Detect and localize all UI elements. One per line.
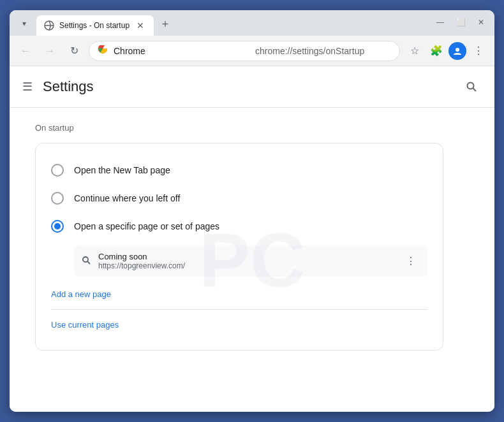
- page-content: ☰ Settings PC On startup Open the New T: [10, 66, 494, 412]
- radio-option-continue[interactable]: Continue where you left off: [51, 184, 427, 212]
- reload-btn[interactable]: ↻: [64, 41, 84, 61]
- entry-info: Coming soon https://topgreenview.com/: [98, 252, 394, 270]
- address-bar[interactable]: Chrome chrome://settings/onStartup: [89, 41, 400, 61]
- svg-line-4: [473, 89, 477, 92]
- forward-btn[interactable]: →: [40, 41, 59, 61]
- radio-continue[interactable]: [51, 192, 64, 205]
- page-title: Settings: [43, 78, 94, 95]
- tab-title: Settings - On startup: [59, 21, 130, 30]
- startup-card: Open the New Tab page Continue where you…: [35, 143, 443, 351]
- settings-main: PC On startup Open the New Tab page Cont…: [10, 108, 494, 412]
- svg-point-5: [83, 257, 88, 262]
- profile-btn[interactable]: [448, 42, 466, 60]
- settings-search-btn[interactable]: [461, 76, 482, 97]
- new-tab-btn[interactable]: +: [156, 15, 174, 33]
- radio-new-tab-label: Open the New Tab page: [74, 165, 170, 175]
- entry-url: https://topgreenview.com/: [98, 261, 394, 270]
- tab-favicon: [44, 20, 54, 31]
- use-current-pages-link[interactable]: Use current pages: [51, 312, 427, 337]
- settings-title-area: ☰ Settings: [22, 78, 94, 95]
- add-new-page-link[interactable]: Add a new page: [51, 282, 427, 307]
- extensions-btn[interactable]: 🧩: [427, 41, 446, 61]
- radio-specific[interactable]: [51, 220, 64, 233]
- toolbar-icons: ☆ 🧩 ⋮: [405, 41, 488, 61]
- window-controls: — ⬜ ✕: [432, 14, 489, 36]
- entry-search-icon: [82, 256, 91, 266]
- settings-header: ☰ Settings: [10, 66, 494, 108]
- bookmark-btn[interactable]: ☆: [405, 41, 424, 61]
- radio-option-new-tab[interactable]: Open the New Tab page: [51, 156, 427, 184]
- tab-dropdown-btn[interactable]: ▾: [15, 14, 34, 33]
- chrome-logo-icon: [97, 45, 108, 57]
- radio-continue-label: Continue where you left off: [74, 193, 180, 203]
- hamburger-icon[interactable]: ☰: [22, 80, 33, 94]
- entry-title: Coming soon: [98, 252, 394, 261]
- svg-point-2: [456, 48, 459, 52]
- browser-window: ▾ Settings - On startup ✕ + — ⬜ ✕ ← → ↻: [10, 10, 494, 412]
- close-btn[interactable]: ✕: [473, 14, 489, 31]
- tab-close-btn[interactable]: ✕: [135, 20, 146, 31]
- section-label: On startup: [35, 123, 469, 133]
- url-text: chrome://settings/onStartup: [255, 46, 392, 56]
- title-bar: ▾ Settings - On startup ✕ + — ⬜ ✕: [10, 10, 494, 36]
- page-entries: Coming soon https://topgreenview.com/ ⋮: [74, 245, 427, 277]
- toolbar: ← → ↻ Chrome chrome://settings/onStartup…: [10, 36, 494, 66]
- chrome-label: Chrome: [114, 46, 250, 56]
- active-tab[interactable]: Settings - On startup ✕: [36, 15, 154, 36]
- svg-point-3: [468, 83, 474, 89]
- svg-line-6: [87, 261, 90, 264]
- radio-specific-label: Open a specific page or set of pages: [74, 221, 219, 231]
- page-entry: Coming soon https://topgreenview.com/ ⋮: [74, 245, 427, 277]
- radio-new-tab[interactable]: [51, 164, 64, 177]
- radio-option-specific[interactable]: Open a specific page or set of pages: [51, 212, 427, 240]
- back-btn[interactable]: ←: [16, 41, 35, 61]
- menu-btn[interactable]: ⋮: [469, 41, 488, 61]
- maximize-btn[interactable]: ⬜: [452, 14, 469, 31]
- entry-menu-btn[interactable]: ⋮: [402, 252, 420, 270]
- tab-strip: ▾ Settings - On startup ✕ +: [15, 14, 432, 36]
- divider: [51, 309, 427, 310]
- minimize-btn[interactable]: —: [432, 14, 448, 31]
